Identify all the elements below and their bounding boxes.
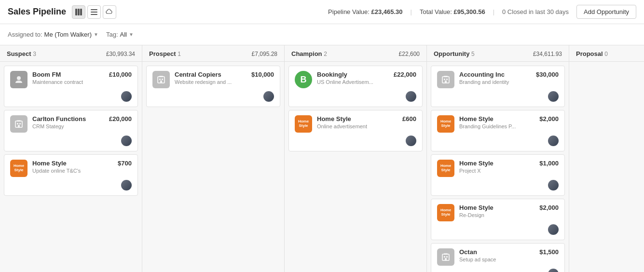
stage-header-prospect: Prospect 1£7,095.28 bbox=[142, 45, 284, 62]
top-bar: Sales Pipeline bbox=[0, 0, 644, 24]
card-description: Update online T&C's bbox=[32, 168, 114, 174]
svg-rect-2 bbox=[80, 9, 82, 15]
card[interactable]: HomeStyle Home Style Online advertisemen… bbox=[288, 110, 423, 151]
card-info: Home Style Project X bbox=[459, 160, 535, 174]
company-avatar: HomeStyle bbox=[437, 115, 454, 133]
company-avatar: HomeStyle bbox=[295, 115, 312, 133]
card[interactable]: HomeStyle Home Style Update online T&C's… bbox=[4, 154, 138, 196]
assigned-filter[interactable]: Assigned to: Me (Tom Walker) ▼ bbox=[8, 31, 98, 38]
card-description: Online advertisement bbox=[317, 123, 398, 129]
company-avatar bbox=[152, 71, 170, 88]
card[interactable]: Accounting Inc Branding and identity $30… bbox=[431, 66, 565, 107]
company-avatar bbox=[10, 71, 27, 88]
card[interactable]: B Bookingly US Online Advertisem... £22,… bbox=[288, 66, 423, 107]
svg-rect-15 bbox=[160, 81, 162, 83]
card-info: Home Style Re-Design bbox=[459, 204, 535, 218]
assigned-value: Me (Tom Walker) bbox=[44, 31, 92, 38]
card-info: Home Style Online advertisement bbox=[317, 115, 398, 129]
card-company-name: Home Style bbox=[317, 115, 398, 122]
card-amount: $30,000 bbox=[536, 71, 559, 78]
company-avatar: B bbox=[295, 71, 312, 88]
card-amount: $2,000 bbox=[539, 115, 559, 122]
card-info: Carlton Functions CRM Stategy bbox=[32, 115, 105, 129]
company-avatar bbox=[437, 71, 454, 88]
tag-label: Tag: bbox=[106, 31, 118, 38]
card-description: US Online Advertisem... bbox=[317, 79, 390, 85]
page-title: Sales Pipeline bbox=[8, 7, 66, 17]
company-avatar bbox=[10, 115, 27, 133]
pipeline-board: Suspect 3£30,993.34 Boom FM Maintenance … bbox=[0, 45, 644, 272]
svg-rect-19 bbox=[446, 79, 448, 80]
kanban-icon bbox=[75, 9, 82, 15]
card-description: Re-Design bbox=[459, 212, 535, 218]
stage-title: Proposal 0 bbox=[576, 50, 608, 57]
svg-rect-20 bbox=[445, 81, 447, 83]
svg-rect-11 bbox=[17, 120, 21, 122]
assigned-label: Assigned to: bbox=[8, 31, 42, 38]
card-company-name: Home Style bbox=[459, 160, 535, 167]
stage-cards-opportunity: Accounting Inc Branding and identity $30… bbox=[427, 62, 569, 272]
svg-rect-24 bbox=[446, 256, 448, 258]
company-avatar: HomeStyle bbox=[437, 204, 454, 221]
card-info: Boom FM Maintenance contract bbox=[32, 71, 105, 85]
card-description: Project X bbox=[459, 168, 535, 174]
card-amount: £20,000 bbox=[109, 115, 132, 122]
stage-cards-champion: B Bookingly US Online Advertisem... £22,… bbox=[285, 62, 426, 272]
card-info: Home Style Update online T&C's bbox=[32, 160, 114, 174]
card-company-name: Octan bbox=[459, 248, 535, 256]
add-opportunity-button[interactable]: Add Opportunity bbox=[576, 5, 636, 19]
stage-value: £34,611.93 bbox=[533, 51, 562, 57]
card-amount: $1,500 bbox=[539, 248, 559, 256]
company-avatar: HomeStyle bbox=[10, 160, 27, 177]
company-avatar bbox=[437, 248, 454, 266]
card-amount: $10,000 bbox=[251, 71, 274, 78]
svg-rect-3 bbox=[91, 9, 97, 10]
total-value: Total Value: £95,300.56 bbox=[420, 8, 485, 15]
card-description: Setup ad space bbox=[459, 257, 535, 262]
card-company-name: Accounting Inc bbox=[459, 71, 532, 78]
card-amount: £600 bbox=[402, 115, 416, 122]
card[interactable]: HomeStyle Home Style Re-Design $2,000 bbox=[431, 199, 565, 240]
card[interactable]: Boom FM Maintenance contract £10,000 bbox=[4, 66, 138, 107]
card[interactable]: Carlton Functions CRM Stategy £20,000 bbox=[4, 110, 138, 151]
stage-title: Prospect 1 bbox=[149, 50, 181, 57]
card-company-name: Carlton Functions bbox=[32, 115, 105, 122]
svg-rect-8 bbox=[17, 123, 18, 124]
card-amount: £22,000 bbox=[394, 71, 416, 78]
card-amount: $1,000 bbox=[539, 160, 559, 167]
stage-cards-proposal bbox=[569, 62, 644, 272]
card-info: Octan Setup ad space bbox=[459, 248, 535, 262]
list-view-button[interactable] bbox=[87, 5, 101, 19]
chevron-down-icon: ▼ bbox=[94, 32, 98, 37]
chevron-down-icon: ▼ bbox=[129, 32, 134, 37]
card[interactable]: HomeStyle Home Style Project X $1,000 bbox=[431, 154, 565, 196]
svg-rect-26 bbox=[444, 253, 448, 255]
svg-rect-13 bbox=[159, 79, 161, 80]
stage-value: £30,993.34 bbox=[106, 51, 135, 57]
card-info: Bookingly US Online Advertisem... bbox=[317, 71, 390, 85]
svg-rect-5 bbox=[91, 14, 97, 15]
svg-rect-14 bbox=[162, 79, 163, 80]
card-amount: $700 bbox=[118, 160, 132, 167]
card-info: Home Style Branding Guidelines P... bbox=[459, 115, 535, 129]
kanban-view-button[interactable] bbox=[72, 5, 85, 19]
list-icon bbox=[91, 9, 97, 15]
svg-rect-18 bbox=[444, 79, 445, 80]
tag-value: All bbox=[120, 31, 127, 38]
svg-rect-16 bbox=[159, 76, 163, 77]
tag-filter[interactable]: Tag: All ▼ bbox=[106, 31, 134, 38]
card-company-name: Home Style bbox=[459, 115, 535, 122]
pipeline-value: Pipeline Value: £23,465.30 bbox=[328, 8, 402, 15]
card-amount: £10,000 bbox=[109, 71, 132, 78]
stage-cards-prospect: Central Copiers Website redesign and ...… bbox=[142, 62, 284, 272]
card[interactable]: HomeStyle Home Style Branding Guidelines… bbox=[431, 110, 565, 151]
svg-rect-10 bbox=[18, 125, 20, 127]
svg-rect-9 bbox=[19, 123, 21, 124]
stage-header-suspect: Suspect 3£30,993.34 bbox=[0, 45, 142, 62]
card-description: Maintenance contract bbox=[32, 79, 105, 85]
svg-point-6 bbox=[17, 76, 21, 80]
card[interactable]: Central Copiers Website redesign and ...… bbox=[146, 66, 280, 107]
card[interactable]: Octan Setup ad space $1,500 bbox=[431, 243, 565, 272]
cloud-view-button[interactable] bbox=[103, 5, 116, 19]
stage-header-opportunity: Opportunity 5£34,611.93 bbox=[427, 45, 569, 62]
